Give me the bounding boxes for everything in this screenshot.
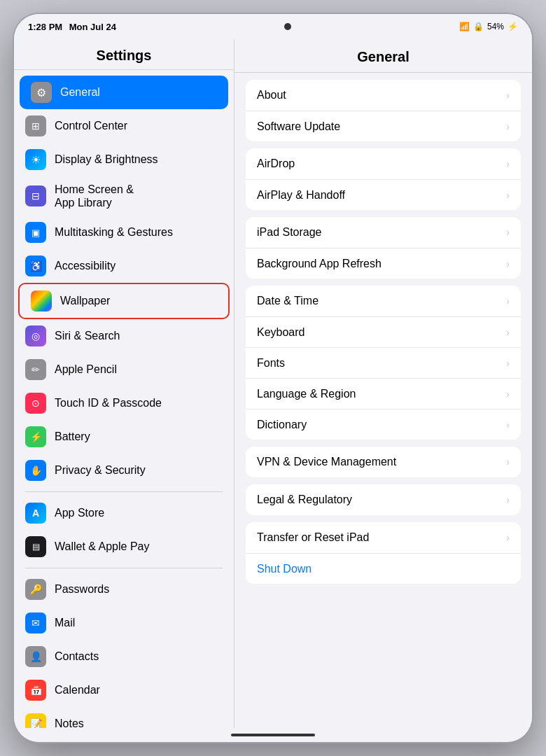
sidebar-item-notes[interactable]: 📝 Notes: [14, 707, 234, 728]
date-time-chevron: ›: [506, 295, 510, 307]
app-store-label: App Store: [55, 507, 223, 519]
airdrop-chevron: ›: [506, 158, 510, 169]
section-separator-1: [25, 491, 223, 492]
sidebar-item-multitasking[interactable]: ▣ Multitasking & Gestures: [14, 216, 234, 249]
transfer-reset-chevron: ›: [506, 532, 510, 543]
settings-row-background-refresh[interactable]: Background App Refresh ›: [246, 248, 521, 279]
wallet-icon: ▤: [25, 536, 46, 557]
accessibility-label: Accessibility: [55, 260, 223, 272]
settings-row-transfer-reset[interactable]: Transfer or Reset iPad ›: [246, 522, 521, 553]
home-screen-icon: ⊟: [25, 186, 46, 206]
contacts-icon: 👤: [25, 646, 46, 667]
settings-row-legal[interactable]: Legal & Regulatory ›: [246, 484, 521, 515]
sidebar-item-apple-pencil[interactable]: ✏ Apple Pencil: [14, 353, 234, 386]
sidebar-item-wallpaper[interactable]: Wallpaper: [18, 283, 230, 319]
battery-icon: ⚡: [507, 22, 518, 31]
control-center-label: Control Center: [55, 120, 223, 132]
airplay-chevron: ›: [506, 190, 510, 201]
sidebar-section-3: 🔑 Passwords ✉ Mail 👤 Contacts 📅 Calendar: [14, 573, 234, 728]
software-update-label: Software Update: [257, 120, 500, 133]
sidebar-item-control-center[interactable]: ⊞ Control Center: [14, 109, 234, 143]
wifi-icon: 📶: [459, 22, 470, 31]
settings-group-1: About › Software Update ›: [246, 80, 521, 141]
display-label: Display & Brightness: [55, 153, 223, 166]
home-indicator-bar: [14, 728, 532, 742]
sidebar-list: ⚙ General ⊞ Control Center ☀ Display & B…: [14, 70, 234, 728]
settings-row-airplay[interactable]: AirPlay & Handoff ›: [246, 179, 521, 210]
sidebar-item-mail[interactable]: ✉ Mail: [14, 606, 234, 640]
settings-row-ipad-storage[interactable]: iPad Storage ›: [246, 217, 521, 248]
sidebar-item-siri[interactable]: ◎ Siri & Search: [14, 319, 234, 353]
sidebar-item-privacy[interactable]: ✋ Privacy & Security: [14, 454, 234, 487]
passwords-icon: 🔑: [25, 579, 46, 600]
notes-label: Notes: [55, 718, 223, 728]
sidebar-item-touch-id[interactable]: ⊙ Touch ID & Passcode: [14, 386, 234, 420]
sidebar-item-app-store[interactable]: A App Store: [14, 496, 234, 530]
vpn-label: VPN & Device Management: [257, 456, 500, 468]
siri-icon: ◎: [25, 326, 46, 346]
keyboard-label: Keyboard: [257, 326, 500, 339]
sidebar-item-display[interactable]: ☀ Display & Brightness: [14, 143, 234, 176]
lock-icon: 🔒: [473, 22, 484, 31]
passwords-label: Passwords: [55, 583, 223, 596]
settings-row-dictionary[interactable]: Dictionary ›: [246, 409, 521, 440]
contacts-label: Contacts: [55, 650, 223, 663]
battery-label: Battery: [55, 430, 223, 443]
mail-label: Mail: [55, 617, 223, 629]
settings-row-vpn[interactable]: VPN & Device Management ›: [246, 447, 521, 477]
sidebar-item-accessibility[interactable]: ♿ Accessibility: [14, 249, 234, 283]
privacy-label: Privacy & Security: [55, 464, 223, 477]
ipad-storage-chevron: ›: [506, 227, 510, 238]
display-icon: ☀: [25, 149, 46, 170]
wallet-label: Wallet & Apple Pay: [55, 540, 223, 553]
keyboard-chevron: ›: [506, 327, 510, 338]
siri-label: Siri & Search: [55, 330, 223, 342]
home-indicator: [231, 734, 315, 736]
settings-row-airdrop[interactable]: AirDrop ›: [246, 148, 521, 179]
settings-group-5: VPN & Device Management ›: [246, 447, 521, 477]
status-indicators: 📶 🔒 54% ⚡: [459, 22, 518, 31]
settings-row-date-time[interactable]: Date & Time ›: [246, 286, 521, 316]
vpn-chevron: ›: [506, 456, 510, 468]
about-label: About: [257, 89, 500, 102]
status-time: 1:28 PM Mon Jul 24: [28, 22, 116, 32]
privacy-icon: ✋: [25, 460, 46, 481]
section-separator-2: [25, 568, 223, 568]
home-screen-label: Home Screen &App Library: [55, 183, 223, 209]
general-icon: ⚙: [31, 82, 52, 103]
date-time-label: Date & Time: [257, 295, 500, 307]
settings-row-keyboard[interactable]: Keyboard ›: [246, 316, 521, 347]
airdrop-label: AirDrop: [257, 158, 500, 170]
accessibility-icon: ♿: [25, 255, 46, 276]
settings-group-3: iPad Storage › Background App Refresh ›: [246, 217, 521, 279]
sidebar-section-1: ⚙ General ⊞ Control Center ☀ Display & B…: [14, 76, 234, 487]
sidebar-item-home-screen[interactable]: ⊟ Home Screen &App Library: [14, 176, 234, 216]
settings-row-language[interactable]: Language & Region ›: [246, 378, 521, 409]
device-frame: 1:28 PM Mon Jul 24 📶 🔒 54% ⚡ Settings ⚙: [14, 14, 532, 742]
control-center-icon: ⊞: [25, 115, 46, 136]
sidebar-item-contacts[interactable]: 👤 Contacts: [14, 640, 234, 673]
fonts-chevron: ›: [506, 358, 510, 369]
sidebar-item-calendar[interactable]: 📅 Calendar: [14, 673, 234, 707]
sidebar-item-wallet[interactable]: ▤ Wallet & Apple Pay: [14, 530, 234, 564]
legal-chevron: ›: [506, 494, 510, 505]
sidebar-item-battery[interactable]: ⚡ Battery: [14, 420, 234, 454]
status-bar: 1:28 PM Mon Jul 24 📶 🔒 54% ⚡: [14, 14, 532, 39]
settings-group-2: AirDrop › AirPlay & Handoff ›: [246, 148, 521, 210]
settings-row-fonts[interactable]: Fonts ›: [246, 347, 521, 378]
shut-down-label: Shut Down: [257, 563, 510, 575]
touch-id-label: Touch ID & Passcode: [55, 397, 223, 410]
dictionary-label: Dictionary: [257, 419, 500, 431]
settings-sidebar: Settings ⚙ General ⊞ Control Center: [14, 39, 234, 728]
general-label: General: [60, 86, 217, 99]
settings-row-shut-down[interactable]: Shut Down: [246, 553, 521, 584]
sidebar-item-passwords[interactable]: 🔑 Passwords: [14, 573, 234, 606]
mail-icon: ✉: [25, 612, 46, 634]
sidebar-section-2: A App Store ▤ Wallet & Apple Pay: [14, 496, 234, 564]
main-panel: General About › Software Update › AirDro…: [234, 39, 532, 728]
sidebar-item-general[interactable]: ⚙ General: [20, 76, 228, 109]
battery-settings-icon: ⚡: [25, 426, 46, 447]
settings-row-about[interactable]: About ›: [246, 80, 521, 111]
settings-row-software-update[interactable]: Software Update ›: [246, 111, 521, 141]
settings-group-6: Legal & Regulatory ›: [246, 484, 521, 515]
